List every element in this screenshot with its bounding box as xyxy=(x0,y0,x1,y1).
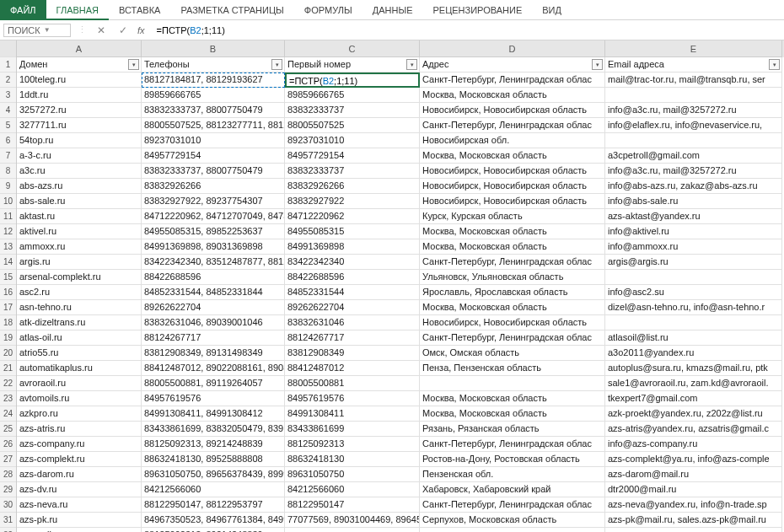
cell[interactable]: 83832333737 xyxy=(285,164,420,179)
cell[interactable]: 88412487012 xyxy=(285,361,420,376)
cell[interactable]: 88632418130, 89525888808 xyxy=(142,452,285,467)
cell[interactable]: Серпухов, Московская область xyxy=(420,513,605,528)
cell[interactable]: Пензенская обл. xyxy=(420,467,605,482)
cell[interactable]: 89262622704 xyxy=(285,300,420,315)
cell[interactable]: Москва, Московская область xyxy=(420,88,605,103)
cell[interactable]: atlas-oil.ru xyxy=(17,330,142,346)
cell[interactable] xyxy=(285,528,420,532)
cell[interactable]: Москва, Московская область xyxy=(420,406,605,422)
row-header[interactable]: 18 xyxy=(0,315,16,330)
row-header[interactable]: 7 xyxy=(0,148,16,164)
row-header[interactable]: 16 xyxy=(0,285,16,300)
col-header-e[interactable]: E xyxy=(605,40,782,57)
col-header-a[interactable]: A xyxy=(17,40,142,57)
cell[interactable]: 88122950147, 88122953797 xyxy=(142,497,285,513)
cell[interactable]: asn-tehno.ru xyxy=(17,300,142,315)
cell[interactable]: info@a3c.ru, mail@3257272.ru xyxy=(605,103,782,118)
cell[interactable]: 88422688596 xyxy=(285,270,420,285)
cell[interactable]: 84955085315, 89852253637 xyxy=(142,224,285,239)
row-header[interactable]: 27 xyxy=(0,452,16,467)
cell[interactable]: 88632418130 xyxy=(285,452,420,467)
cell[interactable]: 54top.ru xyxy=(17,133,142,148)
cell[interactable]: avroraoil.ru xyxy=(17,376,142,391)
cell[interactable]: 3257272.ru xyxy=(17,103,142,118)
tab-view[interactable]: ВИД xyxy=(532,0,572,20)
cell[interactable]: info@asc2.su xyxy=(605,285,782,300)
row-header[interactable]: 29 xyxy=(0,482,16,497)
cell[interactable]: info@aktivel.ru xyxy=(605,224,782,239)
cell[interactable]: Ростов-на-Дону, Ростовская область xyxy=(420,452,605,467)
row-header[interactable]: 10 xyxy=(0,194,16,209)
cell[interactable]: azs-dv.ru xyxy=(17,482,142,497)
cell[interactable]: 84991308411 xyxy=(285,406,420,422)
cell[interactable]: Новосибирск, Новосибирская область xyxy=(420,315,605,330)
cell[interactable]: mail@trac-tor.ru, mail@transqb.ru, ser xyxy=(605,73,782,88)
cell[interactable] xyxy=(605,315,782,330)
row-header[interactable]: 17 xyxy=(0,300,16,315)
cell[interactable]: Санкт-Петербург, Ленинградская облас xyxy=(420,73,605,88)
cell[interactable]: 83433861699 xyxy=(285,422,420,437)
cell[interactable]: asc2.ru xyxy=(17,285,142,300)
cell[interactable]: info@azs-company.ru xyxy=(605,437,782,452)
row-header[interactable]: 22 xyxy=(0,376,16,391)
cell[interactable]: 84212566060 xyxy=(142,482,285,497)
cell[interactable]: argis@argis.ru xyxy=(605,255,782,270)
cell[interactable]: dizel@asn-tehno.ru, info@asn-tehno.r xyxy=(605,300,782,315)
cell[interactable]: 83832926266 xyxy=(285,179,420,194)
cell[interactable]: 88125092313 xyxy=(285,437,420,452)
cell[interactable]: 84957729154 xyxy=(142,148,285,164)
cell[interactable]: 83812908349, 89131498349 xyxy=(142,346,285,361)
cell[interactable]: 88125092313, 89214248839 xyxy=(142,437,285,452)
row-header[interactable]: 8 xyxy=(0,164,16,179)
cell[interactable]: azs-aktast@yandex.ru xyxy=(605,209,782,224)
cell[interactable]: a3o2011@yandex.ru xyxy=(605,346,782,361)
header-domain[interactable]: Домен▾ xyxy=(17,57,142,73)
row-header[interactable]: 30 xyxy=(0,497,16,513)
filter-icon[interactable]: ▾ xyxy=(406,59,417,70)
cell[interactable]: Пенза, Пензенская область xyxy=(420,361,605,376)
tab-file[interactable]: ФАЙЛ xyxy=(0,0,46,20)
cell[interactable]: 84212566060 xyxy=(285,482,420,497)
cell[interactable]: azs-atris@yandex.ru, azsatris@gmail.c xyxy=(605,422,782,437)
row-header[interactable]: 23 xyxy=(0,391,16,406)
cell[interactable]: 88122950147 xyxy=(285,497,420,513)
cell[interactable]: 84991308411, 84991308412 xyxy=(142,406,285,422)
row-header[interactable]: 11 xyxy=(0,209,16,224)
cell[interactable]: Москва, Московская область xyxy=(420,148,605,164)
row-header[interactable]: 6 xyxy=(0,133,16,148)
cell[interactable]: a3c.ru xyxy=(17,164,142,179)
row-header[interactable]: 14 xyxy=(0,255,16,270)
cell[interactable]: Москва, Московская область xyxy=(420,391,605,406)
cell[interactable]: 84852331544, 84852331844 xyxy=(142,285,285,300)
cell[interactable]: abs-sale.ru xyxy=(17,194,142,209)
cell[interactable]: avtomoils.ru xyxy=(17,391,142,406)
row-header[interactable]: 3 xyxy=(0,88,16,103)
row-header[interactable]: 12 xyxy=(0,224,16,239)
cell[interactable]: 83832927922, 89237754307 xyxy=(142,194,285,209)
cell[interactable]: info@abs-sale.ru xyxy=(605,194,782,209)
tab-page-layout[interactable]: РАЗМЕТКА СТРАНИЦЫ xyxy=(170,0,293,20)
cell[interactable]: azs-neva@yandex.ru, info@n-trade.sp xyxy=(605,497,782,513)
row-header[interactable]: 1 xyxy=(0,57,16,73)
cell[interactable]: 100teleg.ru xyxy=(17,73,142,88)
cell[interactable]: 83832926266 xyxy=(142,179,285,194)
cell[interactable]: atlasoil@list.ru xyxy=(605,330,782,346)
cell[interactable]: 77077569, 89031004469, 89645993 xyxy=(285,513,420,528)
tab-home[interactable]: ГЛАВНАЯ xyxy=(46,0,109,20)
header-first-number[interactable]: Первый номер▾ xyxy=(285,57,420,73)
row-header[interactable]: 19 xyxy=(0,330,16,346)
cell[interactable]: 84955085315 xyxy=(285,224,420,239)
row-header[interactable]: 4 xyxy=(0,103,16,118)
tab-insert[interactable]: ВСТАВКА xyxy=(109,0,170,20)
cell[interactable]: 84957619576 xyxy=(285,391,420,406)
cell[interactable] xyxy=(605,133,782,148)
cell[interactable]: 84957619576 xyxy=(142,391,285,406)
cell[interactable]: 83422342340 xyxy=(285,255,420,270)
cell[interactable]: azs-company.ru xyxy=(17,437,142,452)
cell[interactable]: sale1@avroraoil.ru, zam.kd@avroraoil. xyxy=(605,376,782,391)
cell[interactable]: Санкт-Петербург, Ленинградская облас xyxy=(420,330,605,346)
cell[interactable]: 88005507525 xyxy=(285,118,420,133)
tab-data[interactable]: ДАННЫЕ xyxy=(362,0,423,20)
cell[interactable]: azs-pk.ru xyxy=(17,513,142,528)
cell[interactable]: 83832631046 xyxy=(285,315,420,330)
